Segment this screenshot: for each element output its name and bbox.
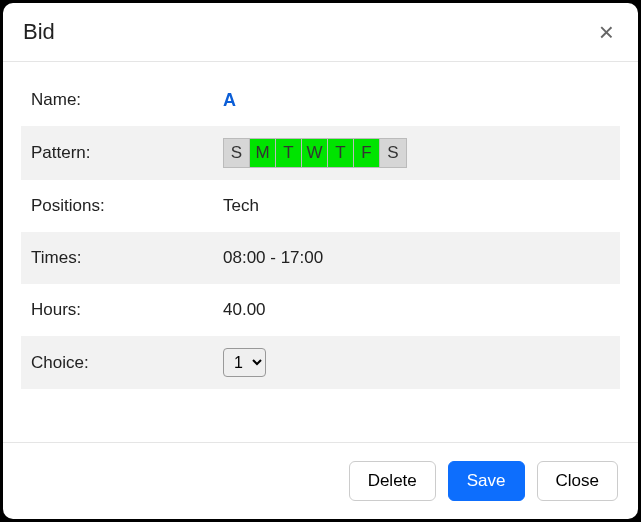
- day-pattern: SMTWTFS: [223, 138, 407, 168]
- choice-label: Choice:: [31, 353, 223, 373]
- save-button[interactable]: Save: [448, 461, 525, 501]
- row-pattern: Pattern: SMTWTFS: [21, 126, 620, 180]
- day-cell: W: [302, 139, 328, 167]
- day-cell: M: [250, 139, 276, 167]
- delete-button[interactable]: Delete: [349, 461, 436, 501]
- bid-modal: Bid × Name: A Pattern: SMTWTFS Positions…: [3, 3, 638, 519]
- day-cell: T: [276, 139, 302, 167]
- day-cell: S: [224, 139, 250, 167]
- row-name: Name: A: [21, 74, 620, 126]
- row-positions: Positions: Tech: [21, 180, 620, 232]
- modal-body: Name: A Pattern: SMTWTFS Positions: Tech…: [3, 62, 638, 442]
- day-cell: T: [328, 139, 354, 167]
- name-value: A: [223, 90, 236, 111]
- hours-value: 40.00: [223, 300, 266, 320]
- row-times: Times: 08:00 - 17:00: [21, 232, 620, 284]
- day-cell: S: [380, 139, 406, 167]
- choice-select[interactable]: 1: [223, 348, 266, 377]
- modal-title: Bid: [23, 19, 55, 45]
- close-icon[interactable]: ×: [595, 19, 618, 45]
- row-hours: Hours: 40.00: [21, 284, 620, 336]
- pattern-label: Pattern:: [31, 143, 223, 163]
- close-button[interactable]: Close: [537, 461, 618, 501]
- times-value: 08:00 - 17:00: [223, 248, 323, 268]
- positions-label: Positions:: [31, 196, 223, 216]
- row-choice: Choice: 1: [21, 336, 620, 389]
- name-label: Name:: [31, 90, 223, 110]
- pattern-value: SMTWTFS: [223, 138, 407, 168]
- day-cell: F: [354, 139, 380, 167]
- modal-header: Bid ×: [3, 3, 638, 62]
- hours-label: Hours:: [31, 300, 223, 320]
- positions-value: Tech: [223, 196, 259, 216]
- choice-value: 1: [223, 348, 266, 377]
- modal-footer: Delete Save Close: [3, 442, 638, 519]
- times-label: Times:: [31, 248, 223, 268]
